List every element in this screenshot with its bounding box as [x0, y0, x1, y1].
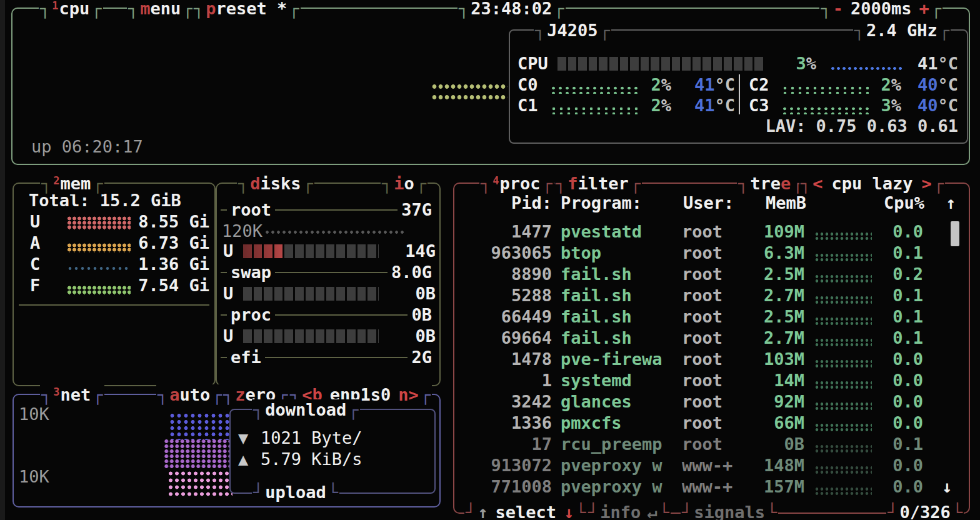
core-column-divider	[739, 74, 740, 114]
mem-used-value: 8.55 Gi	[122, 211, 209, 232]
menu-button[interactable]: menu	[127, 0, 194, 19]
disk-proc-used: 0B	[367, 326, 436, 347]
process-mem: 14M	[737, 370, 804, 391]
core-c0-temp: 41°C	[680, 74, 735, 96]
select-label: select	[496, 502, 557, 520]
mem-tab-hotkey: 2	[53, 174, 59, 187]
core-c2-label: C2	[749, 74, 769, 96]
disk-root-io: 120K	[222, 221, 262, 242]
terminal-edge	[0, 0, 5, 520]
process-row[interactable]: 69664 fail.sh root 2.7M 0.1	[454, 328, 958, 349]
process-cpu: 0.0	[858, 370, 923, 391]
clock-value: 23:48:02	[471, 0, 552, 18]
process-user: root	[682, 349, 722, 370]
net-scale-bottom: 10K	[19, 466, 49, 488]
sort-prev-button[interactable]: <	[812, 174, 822, 193]
header-pid: Pid:	[464, 192, 552, 214]
process-row[interactable]: 17 rcu_preemp root 0B 0.1	[454, 434, 958, 455]
process-row[interactable]: 963065 btop root 6.3M 0.1	[454, 242, 958, 264]
process-user: root	[682, 242, 722, 264]
preset-button[interactable]: preset *	[192, 0, 301, 19]
info-control[interactable]: info↵	[587, 502, 671, 520]
disk-proc-size: 0B	[408, 304, 436, 326]
io-hotkey: i	[394, 174, 404, 193]
tree-label: tre	[750, 174, 781, 193]
net-upload-graph	[168, 470, 232, 499]
process-pid: 1	[464, 370, 552, 391]
process-row[interactable]: 913072 pveproxy w www-+ 148M 0.0	[454, 455, 958, 476]
mem-cached-value: 1.36 Gi	[122, 254, 209, 275]
mem-available-value: 6.73 Gi	[122, 232, 209, 254]
process-cpu: 0.0	[858, 412, 923, 434]
process-row[interactable]: 1477 pvestatd root 109M 0.0	[454, 221, 958, 242]
process-pid: 3242	[464, 391, 552, 412]
signals-control[interactable]: signals	[681, 502, 778, 520]
process-cpu: 0.1	[858, 306, 923, 328]
net-auto-button[interactable]: auto	[156, 384, 224, 406]
mem-free-value: 7.54 Gi	[122, 275, 209, 296]
core-c3-graph	[781, 106, 869, 114]
tab-net[interactable]: 3net	[40, 384, 104, 406]
interval-increase-button[interactable]: +	[919, 0, 929, 18]
process-user: root	[682, 391, 722, 412]
sort-mode-label: cpu lazy	[832, 174, 913, 193]
process-program: rcu_preemp	[561, 434, 662, 455]
disks-tab-label: isks	[261, 174, 301, 193]
io-mode-button[interactable]: io	[381, 173, 428, 194]
process-pid: 8890	[464, 264, 552, 285]
disk-root-size: 37G	[398, 199, 436, 221]
process-program: btop	[561, 242, 601, 264]
interval-value: 2000ms	[851, 0, 912, 18]
tab-cpu[interactable]: 1cpu	[39, 0, 103, 19]
tree-button[interactable]: tree	[737, 173, 804, 194]
process-row[interactable]: 1336 pmxcfs root 66M 0.0	[454, 412, 958, 434]
process-pid: 771008	[464, 476, 552, 498]
clock: 23:48:02	[458, 0, 566, 19]
process-mem: 157M	[737, 476, 804, 498]
core-c0-graph	[550, 86, 638, 94]
tab-disks[interactable]: disks	[237, 173, 314, 194]
iface-next-button[interactable]: n>	[398, 385, 419, 404]
btop-screen: 1cpu menu preset * 23:48:02 -2000ms+ up …	[0, 0, 980, 520]
tab-mem[interactable]: 2mem	[40, 173, 104, 194]
process-row[interactable]: 3242 glances root 92M 0.0	[454, 391, 958, 412]
process-pid: 69664	[464, 328, 552, 349]
process-row[interactable]: 771008 pveproxy w www-+ 157M 0.0	[454, 476, 958, 498]
process-cpu: 0.0	[858, 221, 923, 242]
core-c1-label: C1	[518, 95, 538, 116]
mem-cached-graph	[67, 266, 131, 271]
core-c2-graph	[781, 86, 869, 94]
filter-button[interactable]: filter	[554, 173, 642, 194]
process-row[interactable]: 8890 fail.sh root 2.5M 0.2	[454, 264, 958, 285]
process-cpu: 0.1	[858, 328, 923, 349]
process-row[interactable]: 66449 fail.sh root 2.5M 0.1	[454, 306, 958, 328]
core-c1-graph	[550, 106, 638, 114]
process-cpu: 0.0	[858, 349, 923, 370]
io-label: o	[404, 174, 414, 193]
sort-switcher: <cpu lazy>	[799, 173, 945, 194]
process-pid: 1336	[464, 412, 552, 434]
cpu-core-box: J4205 2.4 GHz CPU 3% 41°C C0 2% 41°C C1 …	[509, 29, 968, 144]
header-user: User:	[683, 192, 734, 214]
process-row[interactable]: 1 systemd root 14M 0.0	[454, 370, 958, 391]
sort-next-button[interactable]: >	[922, 174, 932, 193]
process-pid: 1477	[464, 221, 552, 242]
process-row[interactable]: 1478 pve-firewa root 103M 0.0	[454, 349, 958, 370]
interval-decrease-button[interactable]: -	[833, 0, 843, 18]
cpu-tab-hotkey: 1	[52, 0, 58, 12]
process-mem: 2.5M	[737, 306, 804, 328]
process-row[interactable]: 5288 fail.sh root 2.7M 0.1	[454, 285, 958, 306]
header-program: Program:	[561, 192, 642, 214]
process-mem: 6.3M	[737, 242, 804, 264]
process-user: root	[682, 306, 722, 328]
disk-swap-meter	[243, 287, 379, 301]
uptime-label: up 06:20:17	[31, 136, 143, 158]
preset-hotkey: p	[206, 0, 216, 18]
tab-proc[interactable]: 4proc	[479, 173, 554, 194]
process-mem: 103M	[737, 349, 804, 370]
process-program: pmxcfs	[561, 412, 622, 434]
select-control[interactable]: ↑select↓	[464, 502, 588, 520]
mem-section-divider	[19, 304, 209, 306]
header-cpu: Cpu%	[859, 192, 924, 214]
process-program: fail.sh	[561, 264, 632, 285]
